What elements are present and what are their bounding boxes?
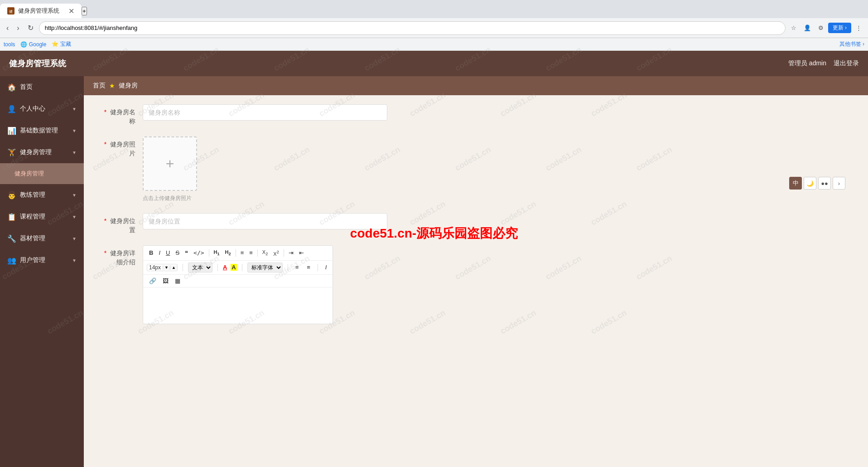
- sep6: [217, 264, 218, 271]
- align-center-btn[interactable]: ≡: [304, 263, 313, 272]
- sidebar-submenu: 健身房管理: [0, 163, 84, 184]
- image-btn[interactable]: 🖼: [160, 277, 171, 285]
- editor-body[interactable]: [143, 287, 333, 324]
- sidebar-item-gym-mgmt-sub[interactable]: 健身房管理: [0, 163, 84, 184]
- indent-button[interactable]: ⇥: [286, 248, 296, 257]
- table-btn[interactable]: ▦: [173, 277, 183, 285]
- forward-button[interactable]: ›: [14, 22, 22, 34]
- arrow-icon: ▼: [72, 193, 77, 198]
- arrow-icon: ▼: [72, 236, 77, 241]
- breadcrumb-home[interactable]: 首页: [93, 82, 106, 90]
- back-button[interactable]: ‹: [4, 22, 11, 34]
- address-bar[interactable]: [39, 21, 786, 35]
- sidebar-item-label: 教练管理: [20, 191, 68, 199]
- plus-icon: +: [166, 156, 174, 172]
- sep3: [257, 249, 258, 257]
- subscript-button[interactable]: X2: [260, 248, 270, 257]
- font-size-down-btn[interactable]: ▼: [163, 265, 170, 270]
- view-mode-dots-btn[interactable]: ●●: [818, 177, 831, 190]
- gym-name-input[interactable]: [143, 104, 387, 121]
- logout-button[interactable]: 退出登录: [834, 59, 859, 68]
- font-bg-btn[interactable]: A: [231, 264, 236, 271]
- view-mode-moon-btn[interactable]: 🌙: [804, 177, 816, 190]
- view-mode-cn-btn[interactable]: 中: [789, 177, 802, 190]
- tab-title: 健身房管理系统: [18, 7, 59, 15]
- settings-icon[interactable]: ⚙: [815, 24, 826, 32]
- bookmark-google[interactable]: 🌐 Google: [20, 41, 46, 48]
- sep9: [318, 264, 318, 271]
- arrow-icon: ▼: [72, 107, 77, 112]
- editor-toolbar-row1: B I U S ❝ </> H1 H2 ≡ ≡: [143, 246, 333, 260]
- bookmark-baocang[interactable]: ⭐ 宝藏: [52, 40, 71, 48]
- bold-button[interactable]: B: [147, 248, 155, 257]
- code-button[interactable]: </>: [191, 248, 206, 257]
- sidebar-item-home[interactable]: 🏠 首页: [0, 76, 84, 98]
- app-logo: 健身房管理系统: [9, 58, 66, 69]
- photo-upload-box[interactable]: +: [143, 136, 197, 191]
- gym-location-label: 健身房位 置: [97, 213, 143, 234]
- profile-icon[interactable]: 👤: [801, 24, 814, 32]
- sidebar-item-profile[interactable]: 👤 个人中心 ▼: [0, 98, 84, 120]
- breadcrumb: 首页 ★ 健身房: [84, 76, 868, 95]
- menu-icon[interactable]: ⋮: [853, 24, 864, 32]
- h1-button[interactable]: H1: [212, 248, 222, 257]
- sidebar-item-gym-mgmt[interactable]: 🏋 健身房管理 ▼: [0, 141, 84, 163]
- arrow-icon: ▼: [72, 214, 77, 219]
- outdent-button[interactable]: ⇤: [297, 248, 306, 257]
- sidebar-item-equipment[interactable]: 🔧 器材管理 ▼: [0, 228, 84, 249]
- bookmark-other[interactable]: 其他书签 ›: [839, 40, 864, 48]
- star-icon[interactable]: ☆: [788, 24, 799, 32]
- font-color-btn[interactable]: A: [223, 264, 227, 271]
- sep1: [209, 249, 209, 257]
- strike-button[interactable]: S: [173, 248, 182, 257]
- sidebar-item-label: 首页: [20, 83, 77, 91]
- app-wrapper: 健身房管理系统 管理员 admin 退出登录 🏠 首页 👤 个人中心 ▼ 📊 基…: [0, 51, 868, 467]
- gym-photo-label: 健身房照 片: [97, 136, 143, 158]
- font-size-up-btn[interactable]: ▲: [170, 265, 177, 270]
- underline-button[interactable]: U: [164, 248, 172, 257]
- equipment-icon: 🔧: [7, 234, 16, 243]
- editor-toolbar-row2: 14px ▼ ▲ 文本 A A: [143, 261, 333, 275]
- svg-text:健: 健: [9, 10, 13, 14]
- sidebar-item-basic-data[interactable]: 📊 基础数据管理 ▼: [0, 120, 84, 141]
- coach-icon: 👨: [7, 190, 16, 199]
- browser-tab[interactable]: 健 健身房管理系统 ✕: [0, 4, 82, 18]
- gym-icon: 🏋: [7, 148, 16, 157]
- favicon: 健: [7, 7, 14, 15]
- toolbar-icons: ☆ 👤 ⚙ 更新 › ⋮: [788, 23, 864, 33]
- bookmark-tools[interactable]: tools: [4, 41, 15, 48]
- photo-hint: 点击上传健身房照片: [143, 195, 192, 202]
- refresh-button[interactable]: ↻: [25, 22, 36, 34]
- gym-location-input[interactable]: [143, 213, 387, 229]
- sidebar-item-users[interactable]: 👥 用户管理 ▼: [0, 249, 84, 271]
- sidebar-item-label: 用户管理: [20, 256, 68, 264]
- superscript-button[interactable]: X2: [271, 249, 281, 258]
- font-family-select[interactable]: 标准字体: [247, 263, 283, 272]
- italic2-btn[interactable]: I: [323, 263, 329, 272]
- align-left-btn[interactable]: ≡: [293, 263, 301, 272]
- update-button[interactable]: 更新 ›: [828, 23, 851, 33]
- users-icon: 👥: [7, 256, 16, 265]
- italic-button[interactable]: I: [156, 248, 163, 257]
- arrow-icon: ▼: [72, 128, 77, 133]
- ol-button[interactable]: ≡: [238, 248, 246, 257]
- tab-close-btn[interactable]: ✕: [68, 7, 74, 15]
- font-size-control[interactable]: 14px ▼ ▲: [147, 264, 178, 271]
- view-mode-next-btn[interactable]: ›: [833, 177, 845, 190]
- main-content: 首页 ★ 健身房 健身房名 称 健身房照 片: [84, 76, 868, 467]
- sidebar-item-course[interactable]: 📋 课程管理 ▼: [0, 206, 84, 228]
- sidebar-item-coach[interactable]: 👨 教练管理 ▼: [0, 184, 84, 206]
- sidebar: 🏠 首页 👤 个人中心 ▼ 📊 基础数据管理 ▼ 🏋 健身房管理 ▼ 健身房管理: [0, 76, 84, 467]
- font-type-select[interactable]: 文本: [188, 263, 212, 272]
- data-icon: 📊: [7, 126, 16, 135]
- h2-button[interactable]: H2: [223, 248, 233, 257]
- user-area: 管理员 admin 退出登录: [788, 59, 859, 68]
- sep5: [183, 264, 183, 271]
- link-btn[interactable]: 🔗: [147, 277, 159, 285]
- sep8: [288, 264, 288, 271]
- app-body: 🏠 首页 👤 个人中心 ▼ 📊 基础数据管理 ▼ 🏋 健身房管理 ▼ 健身房管理: [0, 76, 868, 467]
- ul-button[interactable]: ≡: [247, 248, 255, 257]
- blockquote-button[interactable]: ❝: [183, 248, 190, 257]
- gym-detail-label: 健身房详 细介绍: [97, 245, 143, 267]
- new-tab-button[interactable]: +: [82, 7, 87, 15]
